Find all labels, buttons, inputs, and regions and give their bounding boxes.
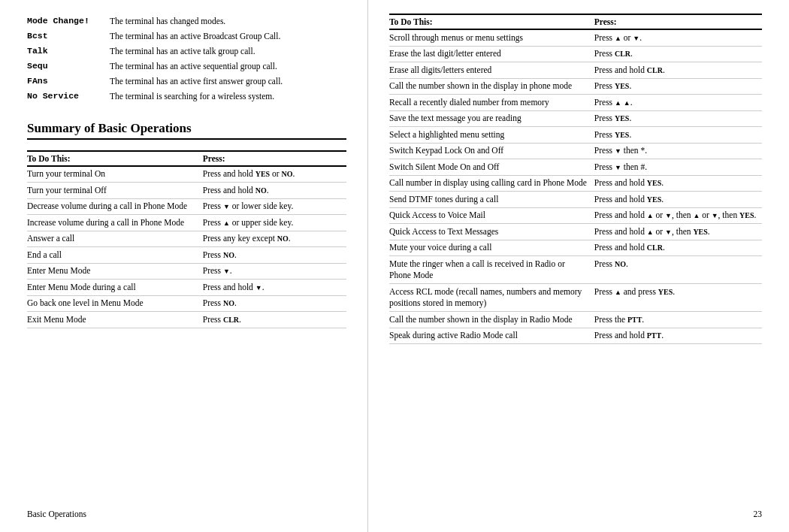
arrow-up-icon: ▲ — [647, 212, 654, 219]
press-cell: Press and hold YES or NO. — [203, 166, 346, 183]
action-cell: Go back one level in Menu Mode — [27, 295, 203, 312]
right-col1-header: To Do This: — [389, 14, 594, 29]
key-yes: YES — [658, 288, 673, 296]
table-row: Call the number shown in the display in … — [389, 312, 762, 328]
right-column: To Do This: Press: Scroll through menus … — [368, 0, 789, 532]
table-row: Switch Silent Mode On and Off Press ▼ th… — [389, 159, 762, 176]
table-row: Save the text message you are reading Pr… — [389, 110, 762, 127]
action-cell: Turn your terminal On — [27, 166, 203, 183]
arrow-down-icon: ▼ — [615, 164, 621, 171]
action-cell: Enter Menu Mode during a call — [27, 280, 203, 296]
table-row: Mute the ringer when a call is received … — [389, 256, 762, 284]
press-cell: Press YES. — [594, 78, 762, 95]
mode-desc: The terminal is searching for a wireless… — [110, 89, 346, 104]
key-yes: YES — [255, 170, 270, 178]
press-cell: Press and hold YES. — [594, 175, 762, 192]
mode-table-row: Bcst The terminal has an active Broadcas… — [27, 29, 346, 44]
right-col2-header: Press: — [594, 14, 762, 29]
table-row: Speak during active Radio Mode call Pres… — [389, 328, 762, 344]
arrow-up-icon: ▲ — [615, 289, 621, 296]
table-row: Quick Access to Voice Mail Press and hol… — [389, 207, 762, 224]
action-cell: Quick Access to Text Messages — [389, 224, 594, 240]
press-cell: Press and hold YES. — [594, 192, 762, 208]
mode-table: Mode Change! The terminal has changed mo… — [27, 14, 346, 104]
arrow-down-icon: ▼ — [255, 284, 262, 292]
action-cell: End a call — [27, 247, 203, 264]
key-no: NO — [223, 299, 234, 307]
arrow-down-icon: ▼ — [712, 212, 718, 219]
action-cell: Turn your terminal Off — [27, 183, 203, 199]
press-cell: Press ▼ then #. — [594, 159, 762, 176]
press-cell: Press the PTT. — [594, 312, 762, 328]
press-cell: Press and hold ▲ or ▼, then YES. — [594, 224, 762, 240]
press-cell: Press NO. — [203, 247, 346, 264]
table-row: Go back one level in Menu Mode Press NO. — [27, 295, 346, 312]
mode-table-row: Talk The terminal has an active talk gro… — [27, 44, 346, 59]
press-cell: Press YES. — [594, 110, 762, 127]
table-row: Access RCL mode (recall names, numbers a… — [389, 284, 762, 312]
action-cell: Erase the last digit/letter entered — [389, 46, 594, 62]
action-cell: Recall a recently dialed number from mem… — [389, 95, 594, 111]
press-cell: Press ▼ then *. — [594, 143, 762, 159]
arrow-up-icon: ▲ — [615, 99, 621, 107]
action-cell: Send DTMF tones during a call — [389, 192, 594, 208]
arrow-down-icon: ▼ — [223, 268, 230, 275]
arrow-up-icon: ▲ — [693, 212, 700, 219]
mode-table-row: Mode Change! The terminal has changed mo… — [27, 14, 346, 29]
arrow-up-icon: ▲ — [647, 228, 654, 236]
mode-code: No Service — [27, 89, 110, 104]
table-row: Increase volume during a call in Phone M… — [27, 215, 346, 231]
mode-desc: The terminal has an active Broadcast Gro… — [110, 29, 346, 44]
table-row: Send DTMF tones during a call Press and … — [389, 192, 762, 208]
press-cell: Press and hold ▲ or ▼, then ▲ or ▼, then… — [594, 207, 762, 224]
table-row: Call number in display using calling car… — [389, 175, 762, 192]
action-cell: Call number in display using calling car… — [389, 175, 594, 192]
key-no: NO — [223, 251, 234, 259]
press-cell: Press ▼ or lower side key. — [203, 198, 346, 215]
press-cell: Press ▲ and press YES. — [594, 284, 762, 312]
key-clr: CLR — [615, 50, 630, 58]
table-row: Call the number shown in the display in … — [389, 78, 762, 95]
ops-col1-header: To Do This: — [27, 151, 203, 166]
table-row: Turn your terminal Off Press and hold NO… — [27, 183, 346, 199]
ops-col2-header: Press: — [203, 151, 346, 166]
page: Mode Change! The terminal has changed mo… — [0, 0, 789, 532]
arrow-up-icon: ▲ — [624, 99, 630, 107]
footer-right: 23 — [389, 505, 762, 518]
key-yes: YES — [739, 211, 754, 219]
left-column: Mode Change! The terminal has changed mo… — [0, 0, 368, 532]
table-row: Mute your voice during a call Press and … — [389, 240, 762, 256]
key-yes: YES — [615, 82, 629, 90]
action-cell: Exit Menu Mode — [27, 312, 203, 328]
footer-left-text: Basic Operations — [27, 509, 86, 518]
key-no: NO — [255, 186, 267, 195]
press-cell: Press and hold ▼. — [203, 280, 346, 296]
action-cell: Speak during active Radio Mode call — [389, 328, 594, 344]
footer-left: Basic Operations — [27, 505, 346, 518]
press-cell: Press and hold PTT. — [594, 328, 762, 344]
mode-code: Talk — [27, 44, 110, 59]
table-row: Switch Keypad Lock On and Off Press ▼ th… — [389, 143, 762, 159]
key-yes: YES — [693, 228, 707, 236]
key-yes: YES — [647, 195, 661, 204]
arrow-down-icon: ▼ — [615, 147, 621, 155]
table-row: End a call Press NO. — [27, 247, 346, 264]
action-cell: Answer a call — [27, 231, 203, 247]
table-row: Quick Access to Text Messages Press and … — [389, 224, 762, 240]
mode-code: Mode Change! — [27, 14, 110, 29]
table-row: Decrease volume during a call in Phone M… — [27, 198, 346, 215]
press-cell: Press CLR. — [594, 46, 762, 62]
action-cell: Decrease volume during a call in Phone M… — [27, 198, 203, 215]
arrow-up-icon: ▲ — [615, 35, 621, 42]
table-row: Enter Menu Mode Press ▼. — [27, 263, 346, 280]
action-cell: Save the text message you are reading — [389, 110, 594, 127]
press-cell: Press ▼. — [203, 263, 346, 280]
ops-table-left: To Do This: Press: Turn your terminal On… — [27, 150, 346, 328]
table-row: Enter Menu Mode during a call Press and … — [27, 280, 346, 296]
key-no: NO — [282, 170, 293, 178]
key-ptt: PTT — [647, 331, 661, 340]
key-ptt: PTT — [627, 316, 642, 324]
action-cell: Access RCL mode (recall names, numbers a… — [389, 284, 594, 312]
action-cell: Call the number shown in the display in … — [389, 78, 594, 95]
action-cell: Quick Access to Voice Mail — [389, 207, 594, 224]
